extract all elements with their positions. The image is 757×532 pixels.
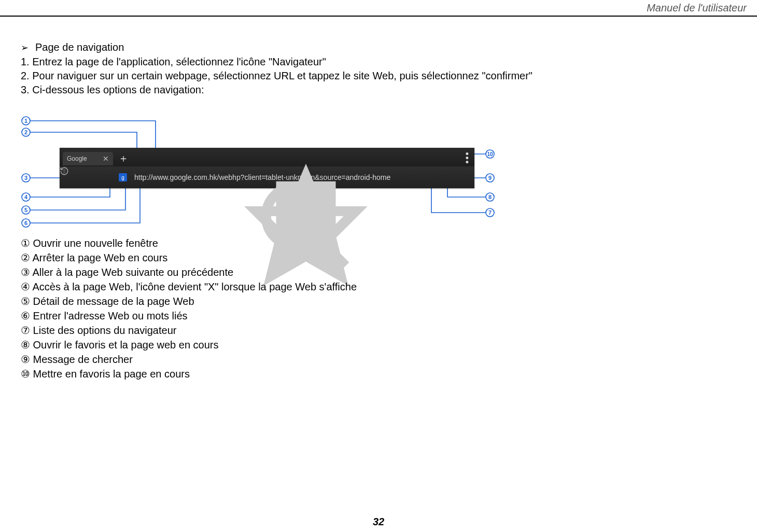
legend-text: Message de chercher — [33, 354, 133, 365]
page-number: 32 — [0, 516, 757, 528]
browser-tab[interactable]: Google ✕ — [63, 152, 113, 165]
close-tab-icon[interactable]: ✕ — [103, 155, 109, 163]
legend-text: Détail de message de la page Web — [33, 296, 194, 307]
legend-text: Accès à la page Web, l'icône devient "X"… — [32, 281, 357, 292]
legend-text: Ouvrir le favoris et la page web en cour… — [33, 339, 219, 351]
legend-marker: ⑨ — [21, 354, 30, 365]
callout-badge-5: 5 — [24, 207, 27, 213]
legend-marker: ④ — [21, 281, 30, 292]
callout-badge-2: 2 — [24, 129, 27, 135]
legend-text: Arrêter la page Web en cours — [32, 252, 167, 263]
legend-text: Aller à la page Web suivante ou précéden… — [32, 267, 233, 278]
legend-marker: ① — [21, 237, 30, 249]
legend-text: Liste des options du navigateur — [33, 325, 177, 336]
legend-text: Ouvrir une nouvelle fenêtre — [33, 237, 158, 249]
tab-strip: Google ✕ ＋ ••• — [60, 148, 474, 166]
tab-label: Google — [67, 155, 87, 162]
legend-marker: ③ — [21, 267, 30, 278]
browser-toolbar: g http://www.google.com.hk/webhp?client=… — [60, 166, 474, 188]
callout-legend: ① Ouvrir une nouvelle fenêtre ② Arrêter … — [21, 236, 357, 381]
step-text: 1. Entrez la page de l'application, séle… — [21, 55, 736, 68]
callout-badge-4: 4 — [24, 194, 28, 200]
legend-marker: ⑧ — [21, 339, 30, 351]
legend-text: Mettre en favoris la page en cours — [33, 368, 190, 380]
legend-marker: ⑥ — [21, 310, 30, 321]
bullet-arrow-icon: ➢ — [21, 41, 35, 54]
legend-marker: ⑩ — [21, 368, 30, 380]
browser-window: Google ✕ ＋ ••• g http://www. — [60, 148, 474, 188]
menu-icon[interactable]: ••• — [466, 150, 469, 164]
legend-marker: ② — [21, 252, 30, 263]
step-text: 3. Ci-dessous les options de navigation: — [21, 83, 736, 96]
callout-badge-10: 10 — [487, 151, 493, 157]
document-header: Manuel de l'utilisateur — [647, 2, 747, 14]
bookmark-icon[interactable] — [459, 173, 468, 182]
callout-badge-6: 6 — [24, 220, 27, 226]
browser-callout-diagram: 1 2 3 4 5 6 10 — [21, 111, 513, 231]
callout-badge-3: 3 — [24, 175, 27, 181]
header-divider — [0, 16, 757, 17]
new-tab-button[interactable]: ＋ — [113, 151, 134, 165]
step-text: 2. Pour naviguer sur un certain webpage,… — [21, 69, 736, 82]
legend-marker: ⑦ — [21, 325, 30, 336]
legend-text: Entrer l'adresse Web ou mots liés — [33, 310, 188, 321]
legend-marker: ⑤ — [21, 296, 30, 307]
section-heading: Page de navigation — [35, 41, 124, 53]
callout-badge-1: 1 — [24, 118, 27, 124]
